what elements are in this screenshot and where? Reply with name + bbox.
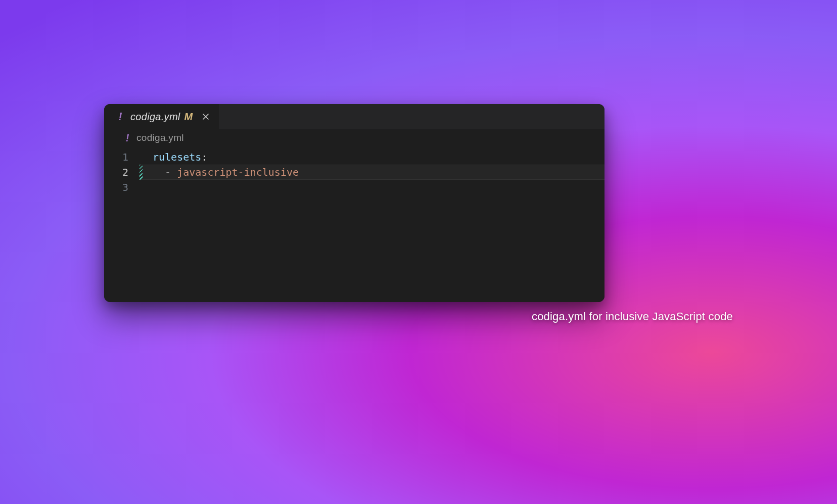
breadcrumb[interactable]: ! codiga.yml <box>104 129 604 146</box>
code-line: rulesets: <box>153 149 604 165</box>
code-line <box>153 180 604 195</box>
breadcrumb-filename: codiga.yml <box>136 132 184 143</box>
yaml-file-icon: ! <box>115 112 125 122</box>
code-area[interactable]: 1 2 3 rulesets: - javascript-inclusive <box>104 146 604 302</box>
yaml-value: javascript-inclusive <box>177 166 299 178</box>
line-number-gutter: 1 2 3 <box>104 146 140 302</box>
yaml-colon: : <box>201 151 207 163</box>
code-line: - javascript-inclusive <box>153 165 604 180</box>
yaml-indent <box>153 166 165 178</box>
image-caption: codiga.yml for inclusive JavaScript code <box>532 310 733 323</box>
tab-modified-indicator: M <box>184 111 193 123</box>
editor-tab[interactable]: ! codiga.yml M <box>104 104 219 129</box>
tab-filename: codiga.yml <box>130 111 180 123</box>
line-number: 1 <box>104 149 128 165</box>
line-number: 3 <box>104 180 128 195</box>
yaml-key: rulesets <box>153 151 201 163</box>
code-content[interactable]: rulesets: - javascript-inclusive <box>140 146 604 302</box>
close-icon[interactable] <box>201 112 211 122</box>
tab-bar: ! codiga.yml M <box>104 104 604 129</box>
editor-window: ! codiga.yml M ! codiga.yml 1 2 3 rulese… <box>104 104 604 302</box>
line-number: 2 <box>104 165 128 180</box>
yaml-file-icon: ! <box>122 133 132 143</box>
yaml-dash: - <box>165 166 177 178</box>
